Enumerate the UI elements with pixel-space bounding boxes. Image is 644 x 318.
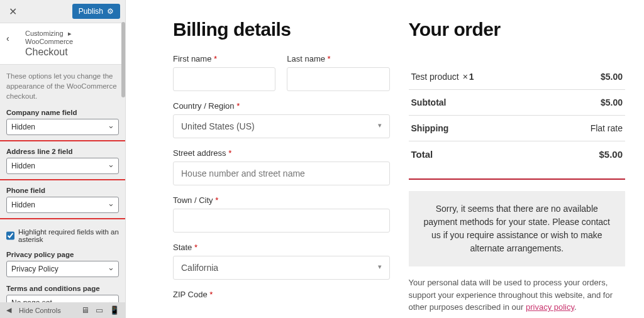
street-label: Street address (173, 148, 226, 158)
first-name-label: First name (173, 54, 211, 63)
address2-field-label: Address line 2 field (6, 148, 119, 155)
privacy-page-select[interactable]: Privacy Policy (6, 261, 119, 277)
company-field-label: Company name field (6, 109, 119, 116)
address2-field-block: Address line 2 field Hidden (0, 145, 125, 180)
tablet-icon[interactable]: ▭ (96, 305, 103, 315)
first-name-field: First name * (173, 54, 275, 91)
zip-field: ZIP Code * (173, 290, 390, 303)
page-title: Checkout (25, 47, 118, 58)
device-toggle: 🖥 ▭ 📱 (81, 305, 119, 315)
phone-field-block: Phone field Hidden (0, 184, 125, 219)
order-heading: Your order (409, 19, 626, 40)
billing-heading: Billing details (173, 19, 390, 40)
phone-field-label: Phone field (6, 187, 119, 194)
country-select[interactable]: United States (US) (173, 114, 390, 138)
order-column: Your order Test product ×1 $5.00 Subtota… (409, 19, 626, 314)
publish-label: Publish (79, 7, 103, 16)
hide-controls-link[interactable]: Hide Controls (19, 307, 61, 314)
order-product-name: Test product (411, 72, 459, 82)
breadcrumb-row: ‹ Customizing ▸ WooCommerce Checkout (0, 23, 125, 65)
collapse-icon[interactable]: ◀ (6, 306, 11, 314)
breadcrumb: Customizing ▸ WooCommerce (25, 30, 118, 45)
order-table: Test product ×1 $5.00 Subtotal $5.00 Shi… (409, 64, 626, 180)
order-subtotal-value: $5.00 (601, 97, 623, 107)
last-name-label: Last name (287, 54, 325, 63)
customizer-sidebar: ✕ Publish ⚙ ‹ Customizing ▸ WooCommerce … (0, 0, 126, 318)
scrollbar[interactable] (121, 22, 125, 97)
country-field: Country / Region * United States (US) (173, 101, 390, 138)
privacy-policy-link[interactable]: privacy policy (526, 302, 574, 312)
order-total-row: Total $5.00 (409, 141, 626, 180)
breadcrumb-parent: Customizing (25, 30, 64, 37)
desktop-icon[interactable]: 🖥 (81, 305, 89, 315)
last-name-input[interactable] (287, 67, 389, 91)
close-icon[interactable]: ✕ (5, 4, 20, 19)
first-name-input[interactable] (173, 67, 275, 91)
last-name-field: Last name * (287, 54, 389, 91)
phone-field-select[interactable]: Hidden (6, 197, 119, 213)
order-shipping-value: Flat rate (591, 123, 623, 133)
street-field: Street address * (173, 148, 390, 185)
city-field: Town / City * (173, 195, 390, 233)
sidebar-header: ✕ Publish ⚙ (0, 0, 125, 23)
company-field-select[interactable]: Hidden (6, 119, 119, 135)
breadcrumb-sep: ▸ (68, 30, 72, 37)
highlight-checkbox-row: Highlight required fields with an asteri… (0, 223, 125, 248)
order-product-price: $5.00 (601, 72, 623, 82)
order-product-qty: 1 (469, 72, 474, 82)
privacy-page-block: Privacy policy page Privacy Policy (0, 248, 125, 278)
back-chevron-icon[interactable]: ‹ (6, 33, 9, 43)
order-total-value: $5.00 (599, 149, 623, 160)
state-select[interactable]: California (173, 256, 390, 280)
order-shipping-row: Shipping Flat rate (409, 116, 626, 141)
city-label: Town / City (173, 195, 213, 205)
gear-icon[interactable]: ⚙ (107, 7, 114, 16)
terms-page-label: Terms and conditions page (6, 285, 119, 292)
order-total-label: Total (411, 149, 433, 160)
breadcrumb-child: WooCommerce (25, 38, 73, 45)
privacy-note: Your personal data will be used to proce… (409, 277, 626, 314)
highlight-checkbox[interactable] (6, 231, 14, 240)
privacy-note-text: Your personal data will be used to proce… (409, 278, 613, 312)
order-subtotal-label: Subtotal (411, 97, 447, 107)
billing-column: Billing details First name * Last name *… (173, 19, 390, 314)
address2-field-select[interactable]: Hidden (6, 158, 119, 174)
privacy-page-label: Privacy policy page (6, 251, 119, 258)
bottom-bar: ◀ Hide Controls 🖥 ▭ 📱 (0, 302, 126, 318)
publish-button[interactable]: Publish ⚙ (72, 4, 120, 19)
country-label: Country / Region (173, 101, 235, 111)
state-label: State (173, 243, 192, 252)
city-input[interactable] (173, 209, 390, 233)
order-shipping-label: Shipping (411, 123, 449, 133)
street-input[interactable] (173, 162, 390, 185)
payment-notice: Sorry, it seems that there are no availa… (409, 191, 626, 266)
help-text: These options let you change the appeara… (0, 65, 125, 106)
order-product-row: Test product ×1 $5.00 (409, 64, 626, 90)
order-subtotal-row: Subtotal $5.00 (409, 90, 626, 116)
state-field: State * California (173, 243, 390, 280)
checkout-preview: Billing details First name * Last name *… (126, 0, 644, 318)
zip-label: ZIP Code (173, 290, 208, 299)
highlight-checkbox-label: Highlight required fields with an asteri… (18, 228, 119, 243)
mobile-icon[interactable]: 📱 (109, 305, 119, 315)
company-field-block: Company name field Hidden (0, 106, 125, 141)
